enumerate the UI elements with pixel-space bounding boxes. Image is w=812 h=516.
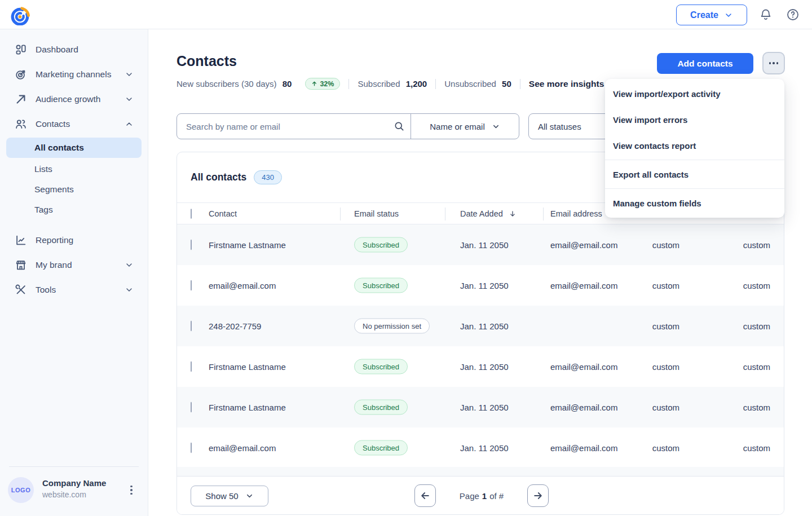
sidebar-item-dashboard[interactable]: Dashboard: [0, 37, 148, 62]
sidebar-item-reporting[interactable]: Reporting: [0, 228, 148, 253]
more-actions-button[interactable]: [762, 52, 785, 74]
sidebar-item-label: Lists: [34, 164, 52, 174]
dashboard-icon: [14, 43, 28, 56]
search-bar: Name or email: [176, 113, 519, 139]
company-section: LOGO Company Name website.com: [0, 466, 148, 516]
divider: [340, 208, 341, 220]
chevron-down-icon: [492, 122, 500, 131]
sidebar-item-label: Tags: [34, 205, 53, 215]
custom-field-2: custom: [743, 240, 770, 250]
sidebar-item-label: My brand: [36, 260, 117, 270]
arrow-left-icon: [420, 490, 431, 501]
sidebar-item-segments[interactable]: Segments: [0, 179, 148, 200]
help-icon[interactable]: [786, 8, 800, 21]
chevron-down-icon: [125, 95, 134, 104]
custom-field-2: custom: [743, 443, 770, 453]
tools-icon: [14, 283, 28, 297]
sidebar-item-label: Audience growth: [36, 94, 117, 104]
status-badge: Subscribed: [354, 400, 408, 415]
sidebar-item-all-contacts[interactable]: All contacts: [6, 138, 142, 158]
column-header-contact: Contact: [209, 209, 237, 218]
target-icon: [14, 68, 28, 81]
menu-item-manage-custom-fields[interactable]: Manage custom fields: [605, 190, 784, 216]
row-checkbox[interactable]: [191, 443, 192, 453]
search-icon[interactable]: [388, 114, 411, 139]
search-field-dropdown[interactable]: Name or email: [411, 114, 519, 139]
create-button-label: Create: [690, 10, 718, 20]
company-logo-avatar: LOGO: [8, 477, 34, 503]
date-added: Jan. 11 2050: [460, 281, 509, 290]
row-checkbox[interactable]: [191, 321, 192, 332]
row-checkbox[interactable]: [191, 361, 192, 372]
menu-item-view-import-export-activity[interactable]: View import/export activity: [605, 81, 784, 107]
stat-value: 80: [283, 79, 292, 89]
sidebar-item-label: Dashboard: [36, 45, 134, 55]
menu-item-view-contacts-report[interactable]: View contacts report: [605, 133, 784, 158]
contact-name: Firstname Lastname: [209, 362, 286, 372]
sidebar-item-label: Tools: [36, 285, 117, 295]
table-row[interactable]: 248-202-7759 No permission set Jan. 11 2…: [177, 306, 784, 346]
custom-field-2: custom: [743, 281, 770, 290]
company-website: website.com: [42, 490, 86, 499]
divider: [520, 79, 520, 89]
email-address: email@email.com: [550, 403, 617, 412]
card-title: All contacts: [191, 171, 246, 183]
contacts-page: Create: [0, 0, 812, 516]
row-checkbox[interactable]: [191, 240, 192, 250]
create-button[interactable]: Create: [676, 5, 747, 25]
status-badge: Subscribed: [354, 359, 408, 374]
sidebar-item-lists[interactable]: Lists: [0, 159, 148, 179]
sidebar-item-contacts[interactable]: Contacts: [0, 112, 148, 136]
company-menu-kebab-icon[interactable]: [127, 482, 135, 498]
table-footer: Show 50 Page 1 of #: [177, 476, 784, 514]
custom-field-1: custom: [652, 281, 679, 290]
custom-field-2: custom: [743, 321, 770, 331]
sidebar-item-tools[interactable]: Tools: [0, 277, 148, 302]
table-row[interactable]: Firstname Lastname Subscribed Jan. 11 20…: [177, 387, 784, 427]
next-page-button[interactable]: [527, 484, 549, 507]
email-address: email@email.com: [550, 362, 617, 372]
see-more-insights-link[interactable]: See more insights: [529, 79, 604, 89]
divider: [605, 188, 784, 189]
select-all-checkbox[interactable]: [191, 209, 192, 219]
menu-item-view-import-errors[interactable]: View import errors: [605, 107, 784, 133]
email-address: email@email.com: [550, 281, 617, 290]
search-input[interactable]: [177, 114, 388, 139]
custom-field-1: custom: [652, 403, 679, 412]
table-row[interactable]: email@email.com Subscribed Jan. 11 2050 …: [177, 427, 784, 468]
storefront-icon: [14, 258, 28, 272]
date-added: Jan. 11 2050: [460, 321, 509, 331]
custom-field-1: custom: [652, 240, 679, 250]
row-checkbox[interactable]: [191, 280, 192, 291]
table-row[interactable]: Firstname Lastname Subscribed Jan. 11 20…: [177, 224, 784, 265]
status-badge: Subscribed: [354, 440, 408, 456]
menu-item-export-all-contacts[interactable]: Export all contacts: [605, 161, 784, 187]
custom-field-1: custom: [652, 443, 679, 453]
divider: [445, 208, 445, 220]
app-logo-icon[interactable]: [10, 4, 32, 25]
previous-page-button[interactable]: [414, 484, 436, 507]
sidebar-item-my-brand[interactable]: My brand: [0, 253, 148, 277]
table-row[interactable]: email@email.com Subscribed Jan. 11 2050 …: [177, 265, 784, 306]
row-checkbox[interactable]: [191, 402, 192, 413]
sidebar-item-marketing-channels[interactable]: Marketing channels: [0, 62, 148, 87]
status-badge: Subscribed: [354, 278, 408, 293]
date-added: Jan. 11 2050: [460, 240, 509, 250]
sidebar-item-tags[interactable]: Tags: [0, 200, 148, 220]
chevron-down-icon: [125, 261, 134, 270]
sidebar-item-audience-growth[interactable]: Audience growth: [0, 87, 148, 112]
table-row[interactable]: Firstname Lastname Subscribed Jan. 11 20…: [177, 346, 784, 387]
stat-subscribed: Subscribed 1,200: [358, 79, 427, 89]
stat-value: 1,200: [406, 79, 427, 89]
current-page-number: 1: [482, 491, 487, 501]
stat-label: New subscribers (30 days): [176, 79, 277, 89]
sidebar-item-label: Contacts: [36, 119, 117, 129]
company-name: Company Name: [42, 478, 106, 488]
column-header-date-added[interactable]: Date Added: [460, 209, 517, 218]
notifications-bell-icon[interactable]: [759, 8, 773, 21]
add-contacts-button[interactable]: Add contacts: [657, 53, 753, 74]
page-size-dropdown[interactable]: Show 50: [191, 486, 268, 506]
topbar: Create: [0, 0, 812, 29]
page-label: Page: [460, 491, 479, 501]
custom-field-2: custom: [743, 403, 770, 412]
